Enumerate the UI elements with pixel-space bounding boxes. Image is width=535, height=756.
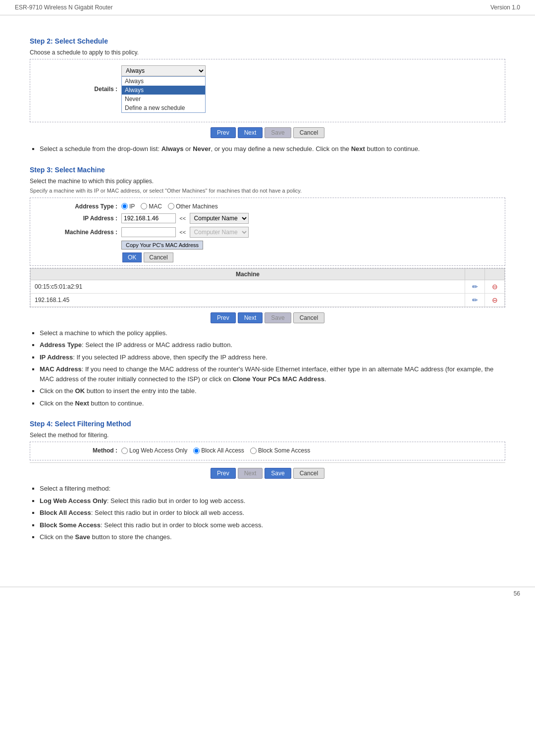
header-right: Version 1.0	[490, 4, 520, 11]
step3-ok-cancel-row: OK Cancel	[38, 252, 497, 262]
step3-form-box: Address Type : IP MAC Other Machines IP …	[30, 198, 505, 266]
step2-option-define[interactable]: Define a new schedule	[122, 103, 205, 112]
step4-bullet5: Click on the Save button to store the ch…	[40, 532, 505, 542]
step4-title: Step 4: Select Filtering Method	[30, 420, 505, 428]
step3-bullet3: IP Address: If you selected IP address a…	[40, 353, 505, 362]
step3-radio-mac[interactable]: MAC	[141, 203, 162, 210]
step4-method-row: Method : Log Web Access Only Block All A…	[38, 447, 497, 454]
step3-subdesc: Specify a machine with its IP or MAC add…	[30, 188, 505, 194]
step2-next-button[interactable]: Next	[238, 127, 263, 138]
edit-icon[interactable]: ✏	[471, 296, 480, 304]
step3-machine-edit2[interactable]: ✏	[465, 293, 485, 306]
step2-form-box: Details : Always Never Define a new sche…	[30, 59, 505, 122]
step3-machine-delete1[interactable]: ⊖	[485, 280, 505, 293]
step3-ip-arrows: <<	[179, 215, 186, 221]
step3-address-type-radio-group: IP MAC Other Machines	[121, 203, 218, 210]
table-row: 00:15:c5:01:a2:91 ✏ ⊖	[31, 280, 505, 293]
step2-bullet1: Select a schedule from the drop-down lis…	[40, 144, 505, 154]
step2-dropdown-header: Always Never Define a new schedule	[121, 65, 206, 76]
step4-radio-log-input[interactable]	[121, 448, 128, 454]
step3-machine-input[interactable]	[121, 227, 176, 237]
step3-machine-label: Machine Address :	[38, 229, 117, 236]
step2-description: Choose a schedule to apply to this polic…	[30, 49, 505, 56]
step3-machine-edit1[interactable]: ✏	[465, 280, 485, 293]
step3-table-header-delete	[485, 268, 505, 280]
step3-machine-table: Machine 00:15:c5:01:a2:91 ✏ ⊖ 192.168.1.…	[30, 268, 505, 307]
step4-radio-block-all[interactable]: Block All Access	[193, 447, 244, 454]
step3-ip-control: << Computer Name	[121, 213, 249, 224]
step3-cancel-button2[interactable]: Cancel	[293, 312, 324, 323]
page-number: 56	[514, 590, 520, 597]
step4-bullet2: Log Web Access Only: Select this radio b…	[40, 496, 505, 506]
step2-bullets: Select a schedule from the drop-down lis…	[40, 144, 505, 154]
step4-radio-log[interactable]: Log Web Access Only	[121, 447, 187, 454]
step3-bullet6: Click on the Next button to continue.	[40, 399, 505, 408]
step4-bullet1: Select a filtering method:	[40, 484, 505, 494]
step4-cancel-button[interactable]: Cancel	[293, 468, 324, 479]
step3-cancel-button[interactable]: Cancel	[144, 252, 173, 262]
step2-option-always-top[interactable]: Always	[122, 77, 205, 86]
step3-radio-mac-input[interactable]	[141, 203, 147, 209]
step4-section: Step 4: Select Filtering Method Select t…	[30, 420, 505, 479]
step3-bullet2: Address Type: Select the IP address or M…	[40, 340, 505, 350]
step3-prev-button[interactable]: Prev	[211, 312, 236, 323]
step4-radio-block-some[interactable]: Block Some Access	[250, 447, 310, 454]
delete-icon[interactable]: ⊖	[490, 296, 499, 304]
step2-option-always[interactable]: Always	[122, 86, 205, 95]
step3-ip-label: IP Address :	[38, 215, 117, 222]
step2-schedule-select[interactable]: Always Never Define a new schedule	[121, 65, 206, 76]
step3-ip-input[interactable]	[121, 213, 176, 223]
step3-table-header-edit	[465, 268, 485, 280]
step3-machine-control: << Computer Name	[121, 227, 249, 238]
step3-copy-row: Copy Your PC's MAC Address	[38, 241, 497, 250]
step3-bullet5: Click on the OK button to insert the ent…	[40, 386, 505, 396]
step3-radio-other-input[interactable]	[168, 203, 174, 209]
delete-icon[interactable]: ⊖	[490, 282, 499, 291]
step3-radio-ip-input[interactable]	[121, 203, 128, 209]
step3-next-button[interactable]: Next	[238, 312, 263, 323]
step2-dropdown-list: Always Always Never Define a new schedul…	[121, 76, 206, 113]
header-left: ESR-9710 Wireless N Gigabit Router	[15, 4, 112, 11]
step3-bullet1: Select a machine to which the policy app…	[40, 328, 505, 338]
step3-machine-dropdown[interactable]: Computer Name	[190, 227, 249, 238]
step4-bullet4: Block Some Access: Select this radio but…	[40, 520, 505, 530]
step2-section: Step 2: Select Schedule Choose a schedul…	[30, 37, 505, 138]
step2-option-never[interactable]: Never	[122, 95, 205, 103]
step3-ip-dropdown[interactable]: Computer Name	[190, 213, 249, 224]
step4-prev-button[interactable]: Prev	[211, 468, 236, 479]
step4-radio-block-all-input[interactable]	[193, 448, 200, 454]
step2-prev-button[interactable]: Prev	[211, 127, 236, 138]
step2-details-label: Details :	[38, 86, 117, 93]
step4-form-box: Method : Log Web Access Only Block All A…	[30, 442, 505, 460]
step4-button-row: Prev Next Save Cancel	[30, 468, 505, 479]
page-content: Step 2: Select Schedule Choose a schedul…	[0, 15, 535, 567]
step2-button-row: Prev Next Save Cancel	[30, 127, 505, 138]
step4-radio-block-some-input[interactable]	[250, 448, 257, 454]
step3-section: Step 3: Select Machine Select the machin…	[30, 166, 505, 323]
step3-machine-mac1: 00:15:c5:01:a2:91	[31, 280, 465, 293]
page-footer: 56	[0, 587, 535, 600]
step4-save-button[interactable]: Save	[265, 468, 291, 479]
step3-machine-table-box: Machine 00:15:c5:01:a2:91 ✏ ⊖ 192.168.1.…	[30, 268, 505, 307]
step3-bullet4: MAC Address: If you need to change the M…	[40, 364, 505, 384]
edit-icon[interactable]: ✏	[471, 282, 480, 291]
step3-radio-ip[interactable]: IP	[121, 203, 135, 210]
step3-ok-button[interactable]: OK	[122, 252, 142, 262]
step4-method-radio-group: Log Web Access Only Block All Access Blo…	[121, 447, 310, 454]
step2-save-button[interactable]: Save	[265, 127, 291, 138]
step4-method-label: Method :	[38, 447, 117, 454]
step3-button-row: Prev Next Save Cancel	[30, 312, 505, 323]
step3-save-button[interactable]: Save	[265, 312, 291, 323]
step2-cancel-button[interactable]: Cancel	[293, 127, 324, 138]
step4-next-button[interactable]: Next	[238, 468, 263, 479]
step2-dropdown-open: Always Always Never Define a new schedul…	[121, 76, 206, 113]
step3-description: Select the machine to which this policy …	[30, 178, 505, 185]
step3-copy-mac-button[interactable]: Copy Your PC's MAC Address	[121, 241, 203, 250]
table-row: 192.168.1.45 ✏ ⊖	[31, 293, 505, 306]
step3-title: Step 3: Select Machine	[30, 166, 505, 174]
step3-machine-delete2[interactable]: ⊖	[485, 293, 505, 306]
step4-bullets: Select a filtering method: Log Web Acces…	[40, 484, 505, 542]
step3-table-header-machine: Machine	[31, 268, 465, 280]
page-header: ESR-9710 Wireless N Gigabit Router Versi…	[0, 0, 535, 15]
step3-radio-other[interactable]: Other Machines	[168, 203, 218, 210]
